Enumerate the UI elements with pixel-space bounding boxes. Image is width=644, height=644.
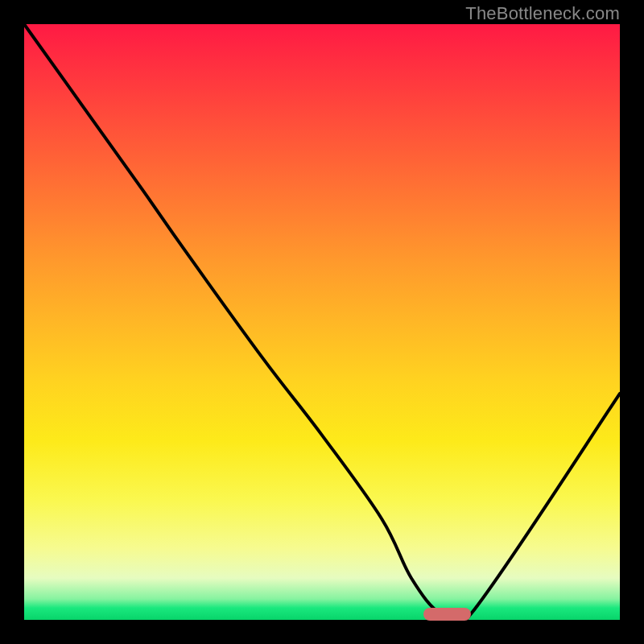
plot-area [24,24,620,620]
chart-frame: TheBottleneck.com [0,0,644,644]
bottleneck-curve [24,24,620,620]
optimal-range-marker [423,608,471,621]
watermark-text: TheBottleneck.com [465,3,620,24]
